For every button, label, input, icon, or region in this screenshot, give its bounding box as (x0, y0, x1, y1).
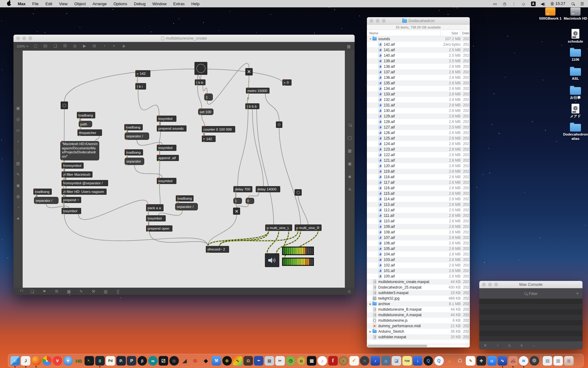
file-row-118.aif[interactable]: 118.aif2.6 MB202 (367, 174, 470, 180)
patch-canvas[interactable]: ▶142t b iloadbangpaththispatcher"Macinto… (23, 51, 345, 288)
object-box-metro-15000[interactable]: metro 15000 (246, 88, 270, 94)
dock-audio-hijack[interactable]: Ω (243, 354, 254, 367)
favorites-icon[interactable]: ★ (15, 216, 21, 221)
file-row-106.aif[interactable]: 106.aif2.6 MB202 (367, 240, 470, 246)
control-center-icon[interactable]: ☰ (580, 2, 584, 6)
dock-midi-keyboard-app[interactable]: ▥ (307, 354, 317, 367)
object-box-prepend-sounds[interactable]: prepend sounds (157, 125, 187, 132)
file-row-multidetunesine_create.maxpat[interactable]: multidetunesine_create.maxpat44 KB202 (367, 279, 470, 285)
object-box-loadbang[interactable]: loadbang (176, 195, 194, 201)
dock-vivaldi[interactable]: V (52, 354, 63, 367)
object-box-append-aif[interactable]: append .aif (157, 155, 179, 161)
desktop-icon-schedule[interactable]: schedule (563, 29, 588, 44)
camera-icon[interactable]: ◙ (347, 174, 352, 179)
message-box[interactable]: path (79, 121, 92, 127)
file-row-124.aif[interactable]: 124.aif2.6 MB202 (367, 141, 470, 147)
message-box[interactable]: 1 (204, 94, 213, 101)
file-row-129.aif[interactable]: 129.aif2.6 MB202 (367, 113, 470, 119)
file-row-119.aif[interactable]: 119.aif2.6 MB202 (367, 169, 470, 174)
file-row-Dodecahedron_25.maxpat[interactable]: Dodecahedron_25.maxpat430 KB202 (367, 285, 470, 290)
object-box-delay-700[interactable]: delay 700 (233, 186, 252, 192)
dock-processing-beta[interactable]: β (137, 354, 148, 367)
dial-icon[interactable]: ◎ (72, 44, 77, 49)
file-row-multidetunesine_B.maxpat[interactable]: multidetunesine_B.maxpat44 KB202 (367, 307, 470, 312)
dock-unity[interactable]: ◆ (201, 354, 211, 367)
dock-photo-cutter-app[interactable]: ✂ (275, 354, 285, 367)
object-box-loadbang[interactable]: loadbang (33, 189, 52, 195)
number-box[interactable]: ▶0 (282, 79, 292, 86)
file-row-112.aif[interactable]: 112.aif2.5 MB202 (367, 207, 470, 213)
object-box-prepend-open[interactable]: prepend open (146, 225, 172, 232)
object-box-tosymbol[interactable]: tosymbol (146, 215, 166, 221)
tools-icon[interactable]: ⚒ (91, 289, 96, 294)
file-row-113.aif[interactable]: 113.aif2.6 MB202 (367, 202, 470, 207)
object-box-fromsymbol-separator-[interactable]: fromsymbol @separator / (62, 180, 108, 186)
console-titlebar[interactable]: Max Console (479, 281, 582, 288)
column-size[interactable]: Size (440, 30, 460, 36)
dock-black-cube-app[interactable]: ⚂ (158, 354, 169, 367)
dock-processing-sketchbook[interactable]: P. (116, 354, 126, 367)
horizontal-scrollbar[interactable] (367, 344, 470, 347)
dock-garageband[interactable]: ♬ (338, 354, 349, 367)
desktop-icon-asl[interactable]: ASL (563, 68, 588, 81)
file-row-135.aif[interactable]: 135.aif2.6 MB202 (367, 80, 470, 86)
dock-terminal[interactable]: >_ (84, 354, 95, 367)
dock-itunes[interactable]: ♪ (317, 354, 328, 367)
zoom-button[interactable] (382, 19, 386, 23)
object-box-tosymbol[interactable]: tosymbol (157, 145, 176, 151)
dock-keynote-app[interactable]: ☖ (455, 354, 466, 367)
filter-input[interactable]: Filter (529, 291, 538, 296)
zoom-tool-icon[interactable] (347, 123, 352, 127)
grid-icon[interactable]: ▦ (346, 44, 352, 49)
data-icon[interactable]: ⋮ (15, 150, 21, 155)
dock-hb-app[interactable]: HB (74, 354, 84, 367)
object-box-p-multi-sine-l[interactable]: p multi_sine_L (265, 224, 292, 231)
object-box-prepend-[interactable]: prepend ~ (62, 197, 81, 203)
object-box-tosymbol[interactable]: tosymbol (157, 178, 176, 184)
disclosure-triangle[interactable]: ▶ (369, 330, 372, 333)
speaker-icon[interactable]: ◉ (15, 183, 21, 188)
file-row-twilight32.jpg[interactable]: twilight32.jpg489 KB202 (367, 296, 470, 301)
dock-scanner-app[interactable]: ▤ (264, 354, 275, 367)
file-row-dummy_performance.midi[interactable]: dummy_performance.midi21 KB202 (367, 323, 470, 329)
input-source-icon[interactable]: A (531, 2, 536, 6)
object-box-t-b-b-b[interactable]: t b b b (245, 103, 259, 109)
scrollbar-thumb[interactable] (368, 345, 427, 347)
bluetooth-icon[interactable]: ᛒ (512, 2, 516, 6)
object-palette-icon[interactable]: ▣ (15, 106, 21, 110)
dock-quicktime-7[interactable]: Q (434, 354, 444, 367)
file-row-111.aif[interactable]: 111.aif2.6 MB202 (367, 213, 470, 218)
dock-minimized-window-document[interactable]: ▥ (553, 354, 564, 367)
dock-audio-radar-app[interactable]: ⊕ (222, 354, 232, 367)
dock-app-notes[interactable]: App (402, 354, 413, 367)
file-row-134.aif[interactable]: 134.aif2.6 MB202 (367, 86, 470, 91)
history-icon[interactable]: ◔ (496, 343, 499, 348)
file-row-139.aif[interactable]: 139.aif2.5 MB202 (367, 58, 470, 64)
dock-chrome[interactable]: ● (42, 354, 52, 367)
zoom-button[interactable] (494, 283, 498, 286)
object-box-counter-0-100-999[interactable]: counter 0 100 999 (202, 126, 235, 132)
bang-button[interactable] (295, 189, 302, 196)
object-box-sfrecord-2[interactable]: sfrecord~ 2 (206, 246, 229, 253)
dock-wedge-app[interactable]: ◢ (179, 354, 190, 367)
file-row-126.aif[interactable]: 126.aif2.6 MB202 (367, 130, 470, 136)
disclosure-triangle[interactable]: ▶ (369, 303, 372, 305)
file-row-104.aif[interactable]: 104.aif2.6 MB202 (367, 251, 470, 257)
slider-icon[interactable]: ⊟ (92, 44, 97, 49)
columns-icon[interactable]: ▥ (103, 289, 108, 294)
new-object-icon[interactable]: ▢ (33, 44, 38, 49)
disclosure-triangle[interactable]: ▼ (369, 38, 372, 40)
dock-helicopter-app[interactable]: ✇ (190, 354, 201, 367)
file-row-123.aif[interactable]: 123.aif2.6 MB202 (367, 147, 470, 152)
file-row-133.aif[interactable]: 133.aif2.6 MB202 (367, 91, 470, 97)
dock-supercollider[interactable]: 8 (95, 354, 105, 367)
close-button[interactable] (16, 36, 20, 40)
grid-tool-icon[interactable]: ▦ (347, 148, 352, 153)
dock-headphones-app[interactable]: ∩ (360, 354, 370, 367)
toggle-box[interactable]: ✕ (233, 208, 240, 215)
file-row-131.aif[interactable]: 131.aif2.6 MB202 (367, 102, 470, 108)
file-row-128.aif[interactable]: 128.aif2.6 MB202 (367, 119, 470, 125)
close-button[interactable] (482, 283, 486, 286)
message-box[interactable]: separator / (175, 203, 198, 210)
image-icon[interactable]: ▧ (15, 161, 21, 166)
